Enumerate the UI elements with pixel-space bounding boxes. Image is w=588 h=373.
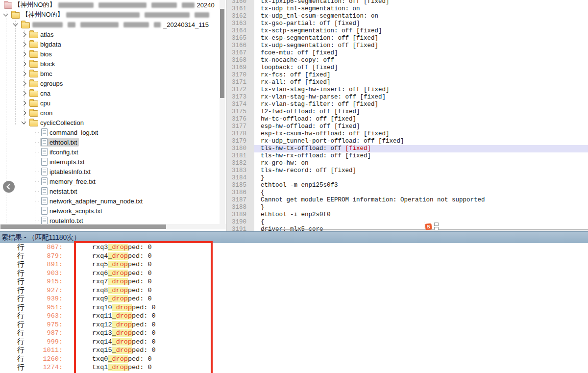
file-item[interactable]: ethtool.txt [40,138,79,147]
result-text-post: ped: 0 [128,278,152,285]
file-name: memory_free.txt [49,178,96,185]
tree-node-level2[interactable]: 【神州NO的】 [0,10,226,20]
code-line-text: tx-ipxip6-segmentation: off [fixed] [254,0,588,5]
line-number: 3175 [226,108,254,116]
sidebar-item-folder[interactable]: bigdata [0,39,226,49]
sidebar-item-file[interactable]: network_adapter_numa_node.txt [0,196,226,206]
sidebar-item-folder[interactable]: bmc [0,69,226,78]
chevron-right-icon[interactable] [22,110,26,115]
chevron-down-icon[interactable] [13,22,18,26]
search-result-row[interactable]: 行 915: rxq7_dropped: 0 [0,277,588,286]
sidebar-item-file[interactable]: interrupts.txt [0,157,226,167]
sidebar-item-folder[interactable]: cron [0,108,226,118]
search-result-row[interactable]: 行 891: rxq5_dropped: 0 [0,260,588,269]
sidebar-item-folder[interactable]: atlas [0,29,226,39]
tree-node-level3[interactable]: _20240314_115 [0,20,226,29]
tree-vertical-scrollbar[interactable] [220,0,225,224]
redacted-text [145,12,190,18]
result-match-highlight: drop [112,278,128,285]
search-result-row[interactable]: 行 963: rxq11_dropped: 0 [0,312,588,321]
collapse-panel-button[interactable] [3,181,15,193]
line-number: 3186 [226,189,254,197]
code-line-text: rx-all: off [fixed] [254,79,588,86]
document-icon [41,207,48,215]
document-icon [41,168,48,175]
sidebar-item-file[interactable]: network_scripts.txt [0,206,226,216]
search-result-row[interactable]: 行 903: rxq6_dropped: 0 [0,269,588,278]
chevron-right-icon[interactable] [22,51,26,56]
code-text: hw-tc-offload: off [fixed] [261,116,356,123]
tree-horizontal-scrollbar-thumb[interactable] [0,224,166,229]
chevron-right-icon[interactable] [22,81,26,86]
sidebar-item-folder-expanded[interactable]: cyclicCollection [0,118,226,127]
sidebar-item-file[interactable]: memory_free.txt [0,176,226,186]
search-result-row[interactable]: 行 1260: txq0_dropped: 0 [0,355,588,364]
code-text: loopback: off [fixed] [261,64,338,71]
search-result-row[interactable]: 行 867: rxq3_dropped: 0 [0,243,588,252]
result-text: txq0_dropped: 0 [92,355,152,363]
sidebar-item-folder[interactable]: bios [0,49,226,59]
sidebar-item-folder[interactable]: cna [0,88,226,98]
result-match-highlight: drop [112,287,128,294]
code-line: 3186 { [226,189,588,197]
file-name: command_log.txt [49,129,98,136]
search-result-row[interactable]: 行 1274: txq1_dropped: 0 [0,363,588,372]
chevron-right-icon[interactable] [22,32,26,37]
search-result-row[interactable]: 行 939: rxq9_dropped: 0 [0,295,588,303]
file-item[interactable]: ifconfig.txt [40,148,80,156]
file-item[interactable]: network_adapter_numa_node.txt [40,197,145,205]
chevron-right-icon[interactable] [22,71,26,76]
sidebar-item-file[interactable]: ethtool.txt [0,137,226,147]
search-result-row[interactable]: 行 879: rxq4_dropped: 0 [0,252,588,261]
sidebar-item-file[interactable]: iptablesInfo.txt [0,167,226,176]
line-number: 3177 [226,123,254,130]
code-text: fcoe-mtu: off [fixed] [261,50,338,56]
result-text-underscore: _ [112,304,116,311]
code-text: { [261,219,265,225]
line-number: 3181 [226,152,254,160]
search-result-row[interactable]: 行 999: rxq14_dropped: 0 [0,338,588,347]
sidebar-item-folder[interactable]: block [0,59,226,69]
line-number: 3190 [226,219,254,226]
line-word-label: 行 [0,243,24,252]
code-text: tls-hw-tx-offload: off [261,145,345,152]
search-result-row[interactable]: 行 975: rxq12_dropped: 0 [0,321,588,329]
folder-icon [29,32,38,38]
code-text: tx-nocache-copy: off [261,57,334,64]
code-line-text: tx-udp_tnl-csum-segmentation: on [254,13,588,20]
file-item[interactable]: command_log.txt [40,128,100,137]
code-line: 3169 loopback: off [fixed] [226,64,588,72]
file-item[interactable]: interrupts.txt [40,157,87,166]
code-line-text: rx-vlan-stag-filter: off [fixed] [254,101,588,108]
code-line-text: rx-fcs: off [fixed] [254,72,588,79]
code-text: l2-fwd-offload: off [fixed] [261,108,360,115]
search-result-row[interactable]: 行 1011: rxq15_dropped: 0 [0,346,588,355]
chevron-down-icon[interactable] [22,120,26,124]
result-text-pre: rxq3 [92,244,108,251]
search-result-row[interactable]: 行 987: rxq13_dropped: 0 [0,329,588,338]
sidebar-item-file[interactable]: command_log.txt [0,127,226,137]
code-line: 3163 tx-gso-partial: off [fixed] [226,20,588,27]
chevron-right-icon[interactable] [22,100,26,105]
search-result-row[interactable]: 行 951: rxq10_dropped: 0 [0,303,588,312]
file-item[interactable]: memory_free.txt [40,177,98,186]
chevron-right-icon[interactable] [22,91,26,96]
tree-vertical-scrollbar-thumb[interactable] [220,9,224,98]
text-editor-panel[interactable]: 3160 tx-ipxip6-segmentation: off [fixed]… [226,0,588,231]
sidebar-item-file[interactable]: netstat.txt [0,186,226,196]
tree-horizontal-scrollbar[interactable] [0,224,226,229]
file-item[interactable]: iptablesInfo.txt [40,167,93,176]
sidebar-item-folder[interactable]: cpu [0,98,226,108]
file-item[interactable]: network_scripts.txt [40,206,104,215]
sidebar-item-file[interactable]: ifconfig.txt [0,147,226,157]
search-result-row[interactable]: 行 927: rxq8_dropped: 0 [0,286,588,295]
file-item[interactable]: netstat.txt [40,187,79,196]
chevron-right-icon[interactable] [22,42,26,47]
file-name: iptablesInfo.txt [49,168,91,175]
sidebar-item-folder[interactable]: cgroups [0,78,226,88]
chevron-down-icon[interactable] [3,12,8,17]
chevron-right-icon[interactable] [22,61,26,66]
tree-root-archive[interactable]: 【神州NO的】 20240 [0,0,226,10]
code-line: 3164 tx-sctp-segmentation: off [fixed] [226,27,588,35]
document-icon [41,128,48,136]
